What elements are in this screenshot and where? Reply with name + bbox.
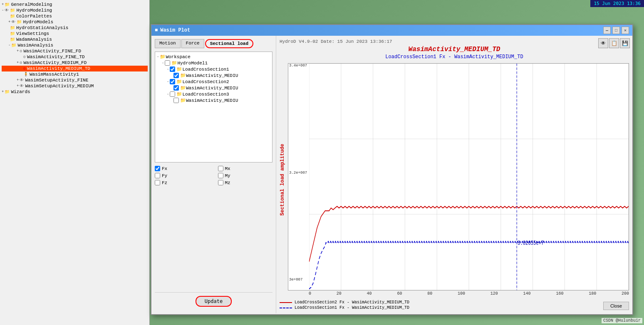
check-hydro-model1[interactable] (165, 60, 170, 66)
dialog-tree: - 📁 Workspace - 📁 HydroModel1 - 📁 LoadCr… (155, 52, 272, 162)
tree-item-general-modeling[interactable]: + 📁 GeneralModeling (2, 2, 148, 7)
expand-icon[interactable]: - (167, 92, 169, 96)
save-button[interactable]: 💾 (620, 38, 630, 48)
fy-input[interactable] (155, 173, 160, 178)
dtree-label: HydroModel1 (177, 61, 208, 66)
tab-force[interactable]: Force (181, 39, 204, 48)
dialog-left-panel: Motion Force Sectional load - 📁 Workspac… (151, 36, 276, 313)
check-load-cross3[interactable] (170, 91, 175, 97)
tab-motion[interactable]: Motion (155, 39, 181, 48)
dtree-wasim-mediu3[interactable]: 📁 WasimActivity_MEDIU (157, 97, 270, 103)
view-button[interactable]: 👁 (598, 38, 608, 48)
chart-title: WasimActivity_MEDIUM_TD (280, 46, 629, 53)
tree-item-wasim-medium-td[interactable]: ⚙ WasimActivity_MEDIUM_TD (2, 66, 148, 71)
tree-item-hydro-modeling[interactable]: - 👁 📁 HydroModeling (2, 7, 148, 13)
chart-plot[interactable]: 3.4e+007 3.2e+007 3e+007 (288, 63, 629, 291)
tree-item-wasim-mass[interactable]: 🧍 WasimMassActivity1 (2, 71, 148, 77)
dtree-wasim-mediu2[interactable]: 📁 WasimActivity_MEDIU (157, 85, 270, 91)
x-tick-100: 100 (458, 291, 465, 296)
expand-icon[interactable]: - (2, 8, 4, 12)
chart-with-x: 3.4e+007 3.2e+007 3e+007 (288, 63, 629, 297)
tree-item-view-settings[interactable]: 📁 ViewSettings (2, 31, 148, 37)
eye-icon: 👁 (20, 78, 24, 83)
expand-icon[interactable]: + (17, 61, 19, 65)
gear-icon: ⚙ (20, 49, 22, 54)
tree-item-wasim-medium-fd[interactable]: + ⚙ WasimActivity_MEDIUM_FD (2, 60, 148, 66)
dialog-close-button[interactable]: ✕ (622, 27, 629, 34)
check-load-cross2[interactable] (170, 79, 175, 84)
checkbox-mz[interactable]: Mz (218, 180, 273, 185)
expand-icon[interactable]: - (167, 80, 169, 84)
tree-item-wizards[interactable]: + 📁 Wizards (2, 89, 148, 95)
expand-icon[interactable]: - (162, 61, 164, 65)
checkbox-fz[interactable]: Fz (155, 180, 210, 185)
check-wasim-mediu3[interactable] (173, 98, 179, 103)
dtree-label: Workspace (166, 54, 190, 59)
legend-line-solid (280, 302, 292, 303)
chart-subtitle: LoadCrossSection1 Fx - WasimActivity_MED… (280, 54, 629, 60)
folder-icon: 📁 (176, 79, 182, 84)
chart-svg: 3.02055e+7 (309, 64, 629, 290)
check-wasim-mediu1[interactable] (173, 73, 179, 78)
tree-label: WadamAnalysis (16, 37, 52, 42)
close-button[interactable]: Close (603, 302, 629, 310)
person-icon: 🧍 (23, 72, 28, 77)
expand-icon[interactable]: + (2, 90, 4, 94)
check-wasim-mediu2[interactable] (173, 85, 179, 91)
dtree-workspace[interactable]: - 📁 Workspace (157, 54, 270, 60)
copy-button[interactable]: 📋 (609, 38, 619, 48)
expand-icon[interactable]: + (8, 20, 10, 24)
minimize-button[interactable]: — (603, 27, 611, 34)
expand-icon[interactable]: - (157, 55, 159, 59)
expand-icon[interactable]: + (2, 2, 4, 7)
maximize-button[interactable]: □ (612, 27, 620, 34)
checkbox-fx[interactable]: Fx (155, 166, 210, 171)
dtree-hydro-model1[interactable]: - 📁 HydroModel1 (157, 60, 270, 66)
x-tick-60: 60 (397, 291, 402, 296)
tree-item-color-palettes[interactable]: 📁 ColorPalettes (2, 13, 148, 19)
check-load-cross1[interactable] (170, 66, 175, 72)
tree-item-wasim-setup-medium[interactable]: + 👁 WasimSetupActivity_MEDIUM (2, 83, 148, 89)
expand-icon[interactable]: - (167, 67, 169, 71)
update-button[interactable]: Update (196, 296, 232, 307)
expand-icon[interactable]: + (17, 84, 19, 88)
mx-input[interactable] (218, 166, 223, 171)
tree-label: HydroStaticAnalysis (16, 25, 68, 30)
tab-sectional-load[interactable]: Sectional load (205, 39, 253, 48)
tree-item-wasim-setup-fine[interactable]: + 👁 WasimSetupActivity_FINE (2, 77, 148, 83)
fz-input[interactable] (155, 180, 160, 185)
expand-icon[interactable]: + (17, 78, 19, 82)
x-axis-labels: 0 20 40 60 80 100 120 140 160 180 200 (288, 291, 629, 297)
tree-item-wasim-fine-td[interactable]: ⚙ WasimActivity_FINE_TD (2, 54, 148, 60)
y-axis-label: Sectional load amplitude (280, 63, 288, 297)
checkbox-my[interactable]: My (218, 173, 273, 178)
dtree-load-cross2[interactable]: - 📁 LoadCrossSection2 (157, 79, 270, 85)
chart-toolbar: 👁 📋 💾 (598, 38, 630, 48)
folder-icon: 📁 (180, 85, 186, 91)
gear-icon: ⚙ (23, 66, 26, 71)
tree-label: HydroModels (23, 20, 53, 25)
dtree-load-cross3[interactable]: - 📁 LoadCrossSection3 (157, 91, 270, 97)
my-input[interactable] (218, 173, 223, 178)
tree-item-hydrostatic[interactable]: 📁 HydroStaticAnalysis (2, 25, 148, 31)
dialog-body: Motion Force Sectional load - 📁 Workspac… (151, 36, 632, 313)
expand-icon[interactable]: + (17, 49, 19, 53)
tree-item-wadam[interactable]: 📁 WadamAnalysis (2, 37, 148, 42)
tree-item-wasim-analysis[interactable]: - 📁 WasimAnalysis (2, 42, 148, 48)
tree-item-wasim-fine-fd[interactable]: + ⚙ WasimActivity_FINE_FD (2, 48, 148, 54)
mz-input[interactable] (218, 180, 223, 185)
dtree-label: LoadCrossSection3 (182, 92, 229, 97)
dtree-label: WasimActivity_MEDIU (186, 73, 238, 78)
dialog-icon: ■ (155, 27, 158, 33)
folder-icon: 📁 (10, 25, 15, 30)
fx-input[interactable] (155, 166, 160, 171)
tree-item-hydro-models[interactable]: + 👁 📁 HydroModels (2, 19, 148, 25)
expand-icon[interactable]: - (8, 43, 10, 47)
dialog-chart-panel: 👁 📋 💾 HydroD V4.9-02 Date: 15 Jun 2023 1… (276, 36, 632, 313)
folder-icon: 📁 (5, 89, 10, 94)
dtree-load-cross1[interactable]: - 📁 LoadCrossSection1 (157, 66, 270, 72)
dtree-wasim-mediu1[interactable]: 📁 WasimActivity_MEDIU (157, 72, 270, 79)
checkbox-mx[interactable]: Mx (218, 166, 273, 171)
tree-label: WasimActivity_MEDIUM_FD (23, 60, 87, 65)
checkbox-fy[interactable]: Fy (155, 173, 210, 178)
